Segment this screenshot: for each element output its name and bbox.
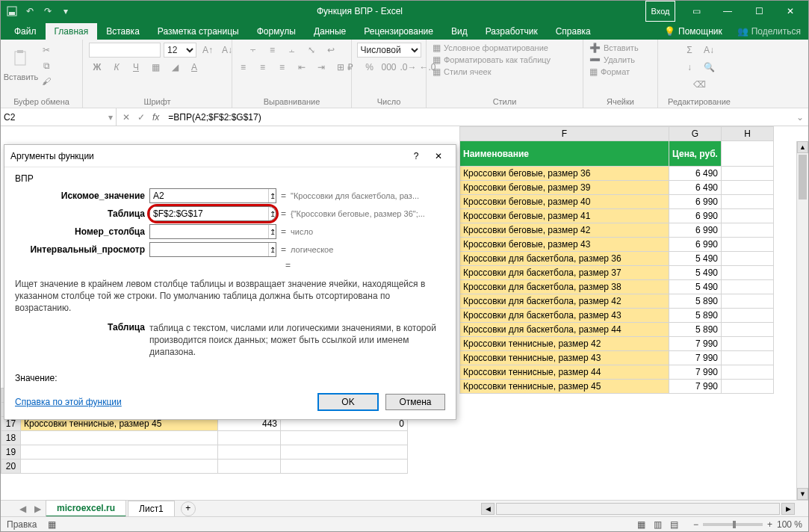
header-price[interactable]: Цена, руб. — [669, 141, 722, 167]
bold-icon[interactable]: Ж — [89, 60, 105, 75]
tab-review[interactable]: Рецензирование — [355, 23, 442, 40]
arg-input[interactable] — [150, 207, 268, 220]
sheet-tab[interactable]: microexcel.ru — [46, 500, 126, 517]
indent-dec-icon[interactable]: ⇤ — [294, 60, 310, 75]
table-cell[interactable] — [722, 309, 774, 323]
table-cell[interactable] — [722, 209, 774, 223]
tab-help[interactable]: Справка — [547, 23, 600, 40]
tab-file[interactable]: Файл — [5, 23, 46, 40]
row-header[interactable]: 20 — [1, 460, 21, 474]
name-box[interactable]: C2▾ — [1, 108, 117, 126]
cancel-button[interactable]: Отмена — [385, 394, 445, 410]
align-top-icon[interactable]: ⫟ — [245, 43, 261, 58]
undo-icon[interactable]: ↶ — [22, 3, 38, 19]
currency-icon[interactable]: ₽ — [342, 60, 359, 75]
tab-view[interactable]: Вид — [442, 23, 477, 40]
align-left-icon[interactable]: ≡ — [235, 60, 252, 75]
maximize-icon[interactable]: ☐ — [744, 1, 774, 22]
paste-button[interactable]: Вставить — [7, 45, 35, 87]
tab-pagelayout[interactable]: Разметка страницы — [149, 23, 248, 40]
table-cell[interactable] — [722, 294, 774, 309]
table-cell[interactable]: 5 890 — [669, 309, 722, 323]
view-normal-icon[interactable]: ▦ — [633, 519, 650, 530]
find-icon[interactable]: 🔍 — [701, 60, 717, 75]
arg-input[interactable] — [150, 243, 268, 256]
table-cell[interactable]: Кроссовки беговые, размер 43 — [460, 238, 669, 252]
table-cell[interactable]: Кроссовки беговые, размер 36 — [460, 167, 669, 181]
table-cell[interactable] — [722, 351, 774, 365]
expand-formula-bar-icon[interactable]: ⌄ — [792, 112, 808, 123]
italic-icon[interactable]: К — [108, 60, 125, 75]
table-cell[interactable]: 7 990 — [669, 337, 722, 351]
table-cell[interactable]: 6 490 — [669, 167, 722, 181]
tab-developer[interactable]: Разработчик — [477, 23, 547, 40]
scroll-up-icon[interactable]: ▲ — [797, 141, 808, 153]
table-cell[interactable]: 5 890 — [669, 294, 722, 309]
table-cell[interactable]: Кроссовки теннисные, размер 45 — [460, 380, 669, 394]
table-cell[interactable]: Кроссовки беговые, размер 42 — [460, 223, 669, 238]
table-cell[interactable]: Кроссовки теннисные, размер 42 — [460, 337, 669, 351]
delete-cells-button[interactable]: ➖Удалить — [589, 55, 635, 65]
close-icon[interactable]: ✕ — [775, 1, 805, 22]
scroll-track[interactable] — [496, 503, 780, 515]
tell-me[interactable]: 💡Помощник — [657, 23, 730, 40]
table-cell[interactable]: 7 990 — [669, 365, 722, 380]
sheet-tab[interactable]: Лист1 — [128, 501, 175, 516]
table-cell[interactable] — [722, 280, 774, 294]
indent-inc-icon[interactable]: ⇥ — [313, 60, 329, 75]
table-cell[interactable]: 6 990 — [669, 238, 722, 252]
table-cell[interactable] — [722, 195, 774, 209]
table-cell[interactable]: Кроссовки для баскетбола, размер 42 — [460, 294, 669, 309]
chevron-down-icon[interactable]: ▾ — [108, 112, 113, 123]
enter-formula-icon[interactable]: ✓ — [137, 112, 145, 123]
align-bottom-icon[interactable]: ⫠ — [284, 43, 300, 58]
vertical-scrollbar[interactable]: ▲ ▼ — [796, 141, 808, 500]
tab-formulas[interactable]: Формулы — [248, 23, 305, 40]
range-picker-icon[interactable]: ↥ — [268, 189, 276, 202]
format-cells-button[interactable]: ▦Формат — [589, 66, 630, 77]
tab-home[interactable]: Главная — [46, 23, 98, 40]
table-cell[interactable] — [722, 252, 774, 266]
number-format-select[interactable]: Числовой — [357, 43, 421, 58]
font-size-select[interactable]: 12 — [164, 43, 196, 58]
sheet-nav-prev-icon[interactable]: ◀ — [16, 504, 29, 514]
scroll-right-icon[interactable]: ▶ — [781, 503, 795, 515]
table-cell[interactable]: Кроссовки теннисные, размер 43 — [460, 351, 669, 365]
fx-icon[interactable]: fx — [152, 112, 159, 123]
tab-data[interactable]: Данные — [305, 23, 355, 40]
ok-button[interactable]: OK — [318, 394, 378, 410]
arg-input[interactable] — [150, 189, 268, 202]
cut-icon[interactable]: ✂ — [38, 43, 55, 58]
table-cell[interactable]: 7 990 — [669, 351, 722, 365]
wrap-text-icon[interactable]: ↩ — [323, 43, 339, 58]
sort-filter-icon[interactable]: A↓ — [701, 43, 717, 58]
font-family-select[interactable] — [89, 43, 161, 58]
formula-input[interactable]: =ВПР(A2;$F$2:$G$17) — [165, 112, 792, 123]
border-icon[interactable]: ▦ — [147, 60, 164, 75]
format-painter-icon[interactable]: 🖌 — [38, 74, 55, 89]
scroll-thumb[interactable] — [799, 155, 807, 200]
row-header[interactable]: 19 — [1, 445, 21, 460]
fill-icon[interactable]: ↓ — [681, 60, 698, 75]
conditional-format-button[interactable]: ▦Условное форматирование — [433, 43, 548, 53]
qat-dropdown-icon[interactable]: ▾ — [58, 3, 74, 19]
align-center-icon[interactable]: ≡ — [255, 60, 271, 75]
table-cell[interactable]: Кроссовки для баскетбола, размер 36 — [460, 252, 669, 266]
clear-icon[interactable]: ⌫ — [691, 77, 707, 92]
align-right-icon[interactable]: ≡ — [274, 60, 291, 75]
dialog-close-icon[interactable]: ✕ — [427, 147, 450, 165]
zoom-out-icon[interactable]: − — [693, 519, 698, 530]
increase-font-icon[interactable]: A↑ — [199, 43, 216, 58]
view-pagelayout-icon[interactable]: ▥ — [650, 519, 666, 530]
scroll-down-icon[interactable]: ▼ — [797, 488, 808, 500]
table-cell[interactable] — [722, 223, 774, 238]
table-cell[interactable] — [722, 380, 774, 394]
tab-insert[interactable]: Вставка — [97, 23, 149, 40]
table-cell[interactable]: 5 490 — [669, 266, 722, 280]
share-button[interactable]: 👥Поделиться — [730, 23, 808, 40]
sheet-nav-next-icon[interactable]: ▶ — [31, 504, 44, 514]
table-cell[interactable]: Кроссовки для баскетбола, размер 43 — [460, 309, 669, 323]
minimize-icon[interactable]: — — [713, 1, 743, 22]
table-cell[interactable]: 6 990 — [669, 209, 722, 223]
range-picker-icon[interactable]: ↥ — [268, 207, 276, 220]
